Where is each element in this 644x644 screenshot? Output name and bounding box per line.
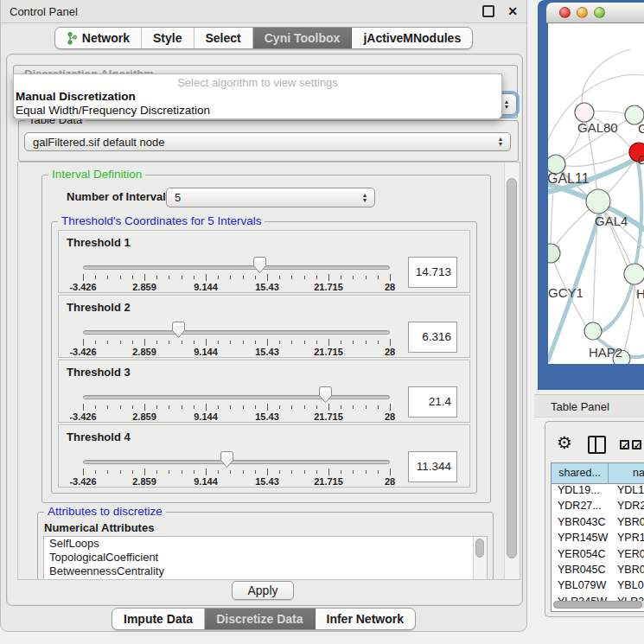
tab-jactivemnodules[interactable]: jActiveMNodules — [352, 28, 472, 48]
table-cell[interactable]: YDL1 — [613, 484, 644, 500]
table-body: YDL19...YDL1YDR27...YDR2YBR043CYBR0YPR14… — [552, 484, 644, 612]
tab-discretize-data[interactable]: Discretize Data — [205, 609, 315, 629]
thresholds-coordinates-title: Threshold's Coordinates for 5 Intervals — [58, 214, 265, 227]
slider-tick — [218, 341, 219, 344]
table-row[interactable]: YPR145WYPR1 — [552, 532, 644, 547]
slider-thumb[interactable] — [319, 386, 332, 403]
tab-network[interactable]: Network — [55, 28, 142, 48]
minimize-traffic-light-icon[interactable] — [577, 7, 588, 18]
slider-tick — [218, 470, 219, 474]
algorithm-option-manual-discretization[interactable]: Manual Discretization — [14, 90, 501, 104]
apply-button[interactable]: Apply — [232, 581, 294, 600]
table-cell[interactable]: YIL0 — [613, 611, 644, 612]
attribute-item-betweennesscentrality[interactable]: BetweennessCentrality — [44, 564, 487, 578]
table-horizontal-scrollbar[interactable] — [553, 601, 644, 609]
slider-tick-labels: -3.4262.8599.14415.4321.71528 — [83, 476, 390, 488]
threshold-value-field[interactable]: 21.4 — [408, 386, 457, 418]
slider-tick-label: -3.426 — [69, 411, 96, 422]
combo-arrows-icon[interactable]: ▴▾ — [494, 133, 507, 150]
table-row[interactable]: YDL19...YDL1 — [552, 484, 644, 500]
table-cell[interactable]: YDR2 — [613, 500, 644, 515]
slider-thumb[interactable] — [172, 322, 185, 338]
table-cell[interactable]: YBR045C — [552, 564, 613, 579]
columns-icon[interactable] — [588, 436, 606, 454]
tab-cyni-toolbox[interactable]: Cyni Toolbox — [253, 28, 353, 48]
table-cell[interactable]: YPR145W — [552, 532, 613, 547]
table-scrollbar-thumb[interactable] — [553, 601, 642, 609]
float-window-icon[interactable] — [482, 5, 494, 17]
table-cell[interactable]: YBL0 — [613, 579, 644, 595]
slider-tick — [206, 339, 207, 346]
tab-select[interactable]: Select — [194, 28, 253, 48]
number-of-intervals-spinner[interactable]: 5 ▴▾ — [166, 188, 375, 207]
numerical-attributes-list[interactable]: SelfLoopsTopologicalCoefficientBetweenne… — [43, 536, 488, 580]
table-cell[interactable]: YIL052C — [552, 611, 613, 612]
table-row[interactable]: YBR043CYBR0 — [552, 516, 644, 532]
table-cell[interactable]: YDR27... — [552, 500, 613, 515]
combo-arrows-icon[interactable]: ▴▾ — [501, 94, 513, 114]
table-panel-titlebar: Table Panel — [534, 394, 644, 418]
settings-scrollbar-thumb[interactable] — [507, 178, 517, 558]
tab-style[interactable]: Style — [142, 28, 194, 48]
table-cell[interactable]: YER0 — [613, 548, 644, 564]
close-icon[interactable]: ✕ — [507, 7, 518, 16]
threshold-value-field[interactable]: 6.316 — [408, 322, 457, 353]
threshold-slider: -3.4262.8599.14415.4321.71528 — [83, 262, 390, 293]
network-node-h[interactable] — [624, 264, 644, 284]
spinner-arrows-icon[interactable]: ▴▾ — [359, 188, 371, 207]
table-cell[interactable]: YBR043C — [552, 516, 613, 532]
slider-tick — [169, 405, 169, 409]
slider-track[interactable] — [83, 265, 390, 270]
network-node-gal4[interactable] — [586, 189, 610, 214]
attribute-item-selfloops[interactable]: SelfLoops — [44, 537, 487, 551]
table-cell[interactable]: YDL19... — [552, 484, 613, 500]
slider-tick — [255, 405, 256, 409]
threshold-value-field[interactable]: 11.344 — [408, 451, 457, 482]
table-row[interactable]: YBL079WYBL0 — [552, 579, 644, 595]
slider-track[interactable] — [83, 330, 390, 335]
attributes-scrollbar[interactable] — [473, 537, 487, 580]
checkbox-icon[interactable]: ✓ — [620, 440, 629, 450]
slider-track[interactable] — [83, 460, 390, 464]
network-canvas[interactable]: GAL80GACGAL11GAL4GCY1HHAP2 — [548, 23, 644, 364]
table-cell[interactable]: YBR0 — [613, 564, 644, 579]
algorithm-option-equal-width-frequency-discretization[interactable]: Equal Width/Frequency Discretization — [14, 104, 501, 118]
slider-tick — [107, 405, 108, 409]
table-data-combobox[interactable]: galFiltered.sif default node ▴▾ — [24, 132, 511, 151]
table-row[interactable]: YBR045CYBR0 — [552, 564, 644, 579]
table-cell[interactable]: YER054C — [552, 548, 613, 564]
slider-tick — [230, 341, 231, 344]
checkbox-icon[interactable]: ✓ — [632, 440, 641, 450]
slider-thumb[interactable] — [253, 257, 266, 273]
table-header-shared-name[interactable]: shared... — [552, 463, 609, 483]
close-traffic-light-icon[interactable] — [559, 7, 571, 18]
slider-track[interactable] — [83, 395, 390, 399]
top-tabstrip: NetworkStyleSelectCyni ToolboxjActiveMNo… — [54, 27, 473, 49]
network-node-hap2[interactable] — [584, 322, 602, 340]
table-row[interactable]: YIL052CYIL0 — [552, 611, 644, 612]
table-header-name[interactable]: na — [609, 463, 644, 483]
tab-impute-data[interactable]: Impute Data — [112, 609, 205, 629]
network-node-gal80[interactable] — [575, 103, 594, 122]
slider-tick — [230, 405, 231, 409]
table-cell[interactable]: YBR0 — [613, 516, 644, 532]
slider-thumb[interactable] — [220, 451, 233, 468]
slider-tick — [378, 341, 379, 344]
network-view-window: GAL80GACGAL11GAL4GCY1HHAP2 — [538, 0, 644, 390]
table-row[interactable]: YDR27...YDR2 — [552, 500, 644, 515]
settings-scrollbar[interactable] — [504, 163, 520, 579]
slider-tick-labels: -3.4262.8599.14415.4321.71528 — [83, 347, 390, 358]
network-window-titlebar[interactable] — [546, 3, 644, 23]
table-row[interactable]: YER054CYER0 — [552, 548, 644, 564]
table-cell[interactable]: YPR1 — [613, 532, 644, 547]
threshold-value-field[interactable]: 14.713 — [408, 257, 457, 288]
attribute-item-topologicalcoefficient[interactable]: TopologicalCoefficient — [44, 551, 487, 564]
attributes-scrollbar-thumb[interactable] — [475, 539, 484, 558]
table-cell[interactable]: YBL079W — [552, 579, 613, 595]
network-node-gcy1[interactable] — [548, 244, 560, 263]
slider-tick — [144, 339, 145, 346]
tab-infer-network[interactable]: Infer Network — [316, 609, 415, 629]
slider-tick — [182, 341, 182, 344]
zoom-traffic-light-icon[interactable] — [594, 7, 605, 18]
gear-icon[interactable]: ⚙ — [557, 434, 572, 451]
